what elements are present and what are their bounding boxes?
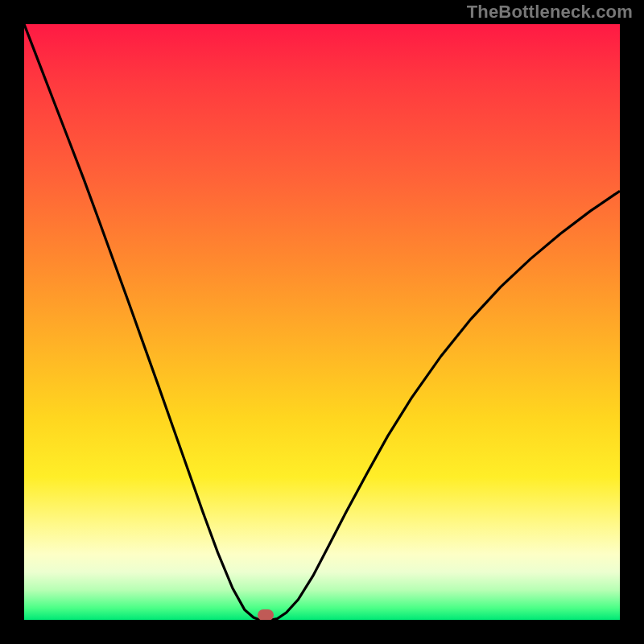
plot-area	[24, 24, 620, 620]
curve-path	[24, 24, 620, 620]
chart-frame: TheBottleneck.com	[0, 0, 644, 644]
watermark-text: TheBottleneck.com	[467, 2, 633, 23]
bottleneck-curve	[24, 24, 620, 620]
minimum-marker	[258, 609, 274, 620]
